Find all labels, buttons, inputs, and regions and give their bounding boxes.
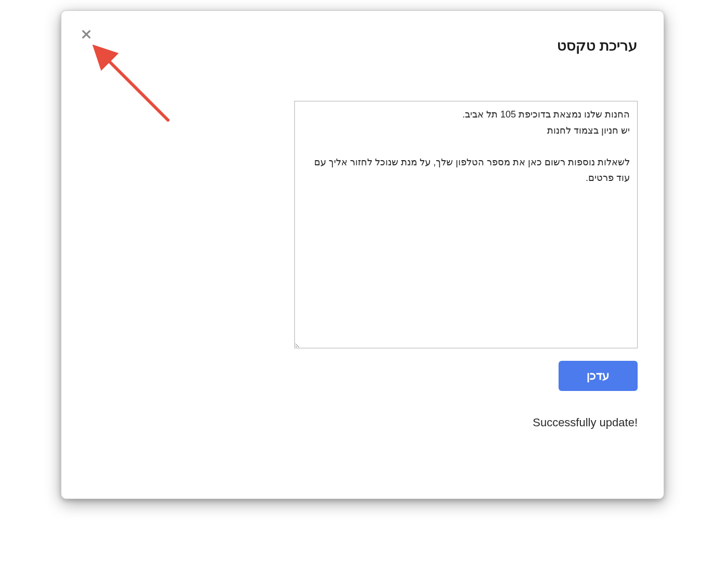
close-icon [81, 29, 92, 42]
button-row: עדכן [87, 361, 638, 391]
status-row: Successfully update! [87, 416, 638, 429]
modal-title: עריכת טקסט [87, 37, 638, 54]
close-button[interactable] [79, 28, 94, 43]
edit-text-modal: עריכת טקסט עדכן Successfully update! [61, 10, 664, 499]
update-button[interactable]: עדכן [559, 361, 638, 391]
textarea-container [87, 101, 638, 348]
status-message: Successfully update! [533, 416, 638, 429]
text-content-input[interactable] [294, 101, 638, 348]
